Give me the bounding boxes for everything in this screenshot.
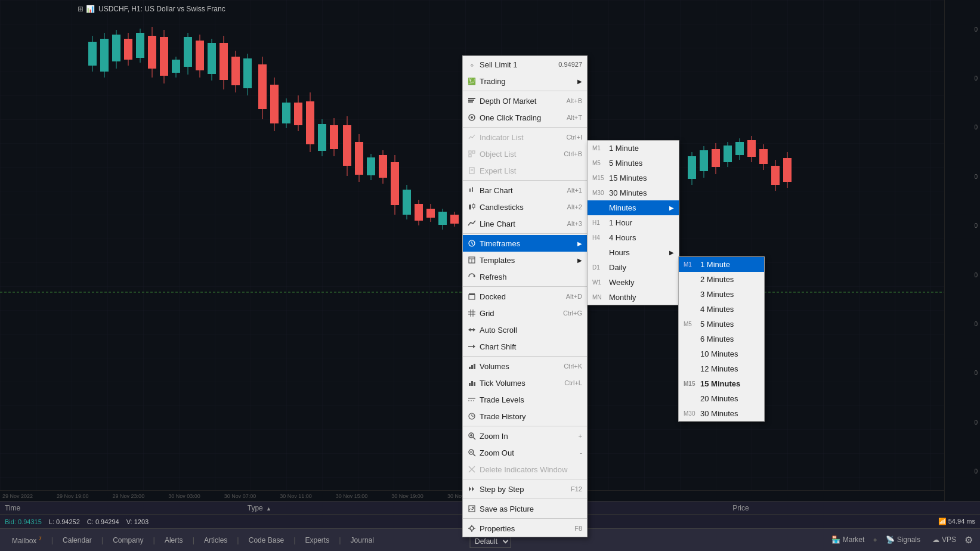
- svg-rect-71: [724, 146, 732, 162]
- menu-trade-history[interactable]: Trade History: [463, 408, 587, 425]
- col-time: Time: [5, 504, 248, 512]
- candlesticks-icon: [466, 202, 477, 212]
- svg-rect-84: [468, 100, 474, 101]
- templates-arrow: ▶: [577, 257, 582, 264]
- min-10[interactable]: 10 Minutes: [679, 346, 764, 361]
- svg-rect-114: [469, 293, 475, 295]
- tf-15min[interactable]: M15 15 Minutes: [588, 171, 679, 185]
- svg-rect-67: [700, 150, 708, 171]
- menu-candlesticks[interactable]: Candlesticks Alt+2: [463, 199, 587, 215]
- svg-rect-53: [391, 162, 399, 205]
- tab-experts[interactable]: Experts: [299, 534, 336, 547]
- submenu-minutes: M1 1 Minute 2 Minutes 3 Minutes 4 Minute…: [678, 256, 765, 422]
- menu-refresh[interactable]: Refresh: [463, 268, 587, 285]
- menu-docked[interactable]: Docked Alt+D: [463, 288, 587, 305]
- menu-expert-list: Expert List: [463, 162, 587, 179]
- svg-rect-47: [355, 142, 363, 175]
- svg-rect-89: [472, 151, 475, 153]
- menu-timeframes[interactable]: Timeframes ▶: [463, 235, 587, 252]
- min-12[interactable]: 12 Minutes: [679, 361, 764, 376]
- menu-sell-limit[interactable]: ⬦ Sell Limit 1 0.94927: [463, 56, 587, 73]
- svg-rect-61: [438, 212, 447, 225]
- min-2[interactable]: 2 Minutes: [679, 272, 764, 287]
- tab-articles[interactable]: Articles: [198, 534, 233, 547]
- separator-6: [463, 356, 587, 357]
- min-15[interactable]: M15 15 Minutes: [679, 376, 764, 391]
- menu-volumes[interactable]: Volumes Ctrl+K: [463, 358, 587, 374]
- menu-trading[interactable]: 💹 Trading ▶: [463, 73, 587, 89]
- svg-rect-124: [469, 367, 471, 369]
- svg-rect-127: [469, 383, 471, 386]
- tf-daily[interactable]: D1 Daily: [588, 260, 679, 275]
- svg-line-108: [472, 243, 473, 244]
- price-axis: 0 0 0 0 0 0 0 0 0 0: [944, 0, 980, 501]
- min-5[interactable]: M5 5 Minutes: [679, 317, 764, 332]
- svg-rect-90: [469, 154, 471, 157]
- svg-rect-75: [747, 140, 756, 157]
- tf-minutes[interactable]: Minutes ▶: [588, 200, 679, 215]
- min-20[interactable]: 20 Minutes: [679, 391, 764, 406]
- menu-zoom-in[interactable]: Zoom In +: [463, 428, 587, 444]
- menu-indicator-list: Indicator List Ctrl+I: [463, 129, 587, 146]
- svg-rect-51: [379, 155, 387, 178]
- menu-properties[interactable]: Properties F8: [463, 520, 587, 537]
- svg-rect-39: [306, 101, 314, 144]
- svg-rect-73: [735, 142, 744, 155]
- menu-one-click-trading[interactable]: One Click Trading Alt+T: [463, 109, 587, 126]
- min-6[interactable]: 6 Minutes: [679, 332, 764, 346]
- submenu-timeframes: M1 1 Minute M5 5 Minutes M15 15 Minutes …: [587, 140, 679, 305]
- tab-mailbox[interactable]: Mailbox 7: [6, 533, 48, 547]
- tab-company[interactable]: Company: [107, 534, 149, 547]
- menu-chart-shift[interactable]: Chart Shift: [463, 338, 587, 355]
- trade-history-icon: [466, 411, 477, 422]
- menu-step-by-step[interactable]: Step by Step F12: [463, 481, 587, 497]
- menu-tick-volumes[interactable]: Tick Volumes Ctrl+L: [463, 374, 587, 391]
- svg-rect-9: [124, 39, 132, 60]
- svg-point-147: [472, 507, 474, 509]
- svg-rect-113: [469, 295, 475, 299]
- vps-button[interactable]: ☁ VPS: [929, 534, 960, 545]
- menu-trade-levels[interactable]: Trade Levels: [463, 391, 587, 408]
- col-price: Price: [732, 504, 975, 512]
- menu-zoom-out[interactable]: Zoom Out -: [463, 444, 587, 461]
- svg-rect-27: [231, 57, 240, 85]
- bar-chart-icon: [466, 185, 477, 196]
- tf-5min[interactable]: M5 5 Minutes: [588, 156, 679, 171]
- menu-line-chart[interactable]: Line Chart Alt+3: [463, 215, 587, 232]
- svg-marker-120: [468, 328, 471, 332]
- svg-rect-5: [100, 39, 109, 72]
- tab-code-base[interactable]: Code Base: [243, 534, 290, 547]
- tf-monthly[interactable]: MN Monthly: [588, 290, 679, 305]
- tab-alerts[interactable]: Alerts: [159, 534, 189, 547]
- svg-marker-121: [473, 328, 475, 332]
- min-3[interactable]: 3 Minutes: [679, 287, 764, 302]
- min-4[interactable]: 4 Minutes: [679, 302, 764, 317]
- tf-4hr[interactable]: H4 4 Hours: [588, 230, 679, 245]
- settings-icon[interactable]: ⚙: [964, 534, 973, 546]
- tf-1min[interactable]: M1 1 Minute: [588, 141, 679, 156]
- volumes-icon: [466, 361, 477, 372]
- tf-weekly[interactable]: W1 Weekly: [588, 275, 679, 290]
- vps-icon: ☁: [932, 535, 939, 544]
- svg-rect-49: [367, 157, 375, 175]
- separator-4: [463, 233, 587, 234]
- svg-rect-13: [148, 36, 156, 69]
- svg-rect-128: [471, 381, 473, 386]
- menu-depth-of-market[interactable]: Depth Of Market Alt+B: [463, 92, 587, 109]
- svg-rect-33: [270, 85, 279, 123]
- market-button[interactable]: 🏪 Market: [828, 534, 868, 545]
- tab-journal[interactable]: Journal: [345, 534, 380, 547]
- menu-save-as-picture[interactable]: Save as Picture: [463, 500, 587, 517]
- menu-bar-chart[interactable]: Bar Chart Alt+1: [463, 182, 587, 199]
- min-1[interactable]: M1 1 Minute: [679, 257, 764, 272]
- tf-hours[interactable]: Hours ▶: [588, 245, 679, 260]
- menu-grid[interactable]: Grid Ctrl+G: [463, 305, 587, 321]
- signals-button[interactable]: 📡 Signals: [882, 534, 924, 545]
- tab-calendar[interactable]: Calendar: [57, 534, 98, 547]
- min-30[interactable]: M30 30 Minutes: [679, 406, 764, 421]
- menu-sell-price: 0.94927: [558, 61, 582, 68]
- tf-30min[interactable]: M30 30 Minutes: [588, 185, 679, 200]
- menu-auto-scroll[interactable]: Auto Scroll: [463, 321, 587, 338]
- menu-templates[interactable]: Templates ▶: [463, 252, 587, 268]
- tf-1hr[interactable]: H1 1 Hour: [588, 215, 679, 230]
